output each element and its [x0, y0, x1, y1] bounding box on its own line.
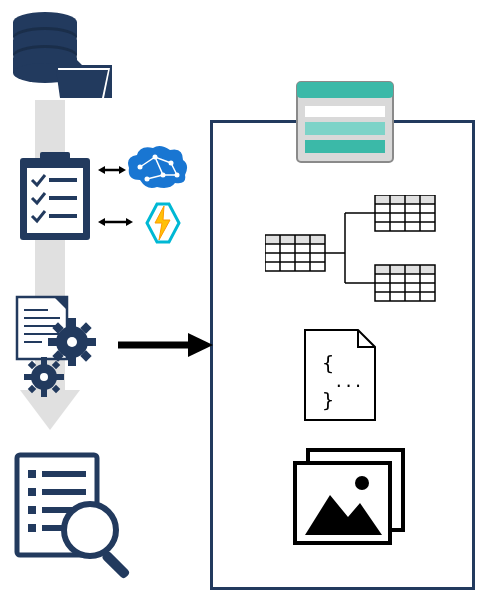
svg-marker-24: [98, 166, 105, 174]
svg-rect-16: [49, 214, 77, 218]
window-app-icon: [295, 80, 395, 165]
lightning-function-icon: [135, 198, 190, 248]
svg-point-103: [355, 476, 369, 490]
svg-point-47: [40, 373, 48, 381]
svg-rect-63: [28, 506, 36, 514]
image-stack-icon: [290, 445, 410, 550]
svg-text:...: ...: [334, 372, 363, 391]
svg-text:}: }: [322, 388, 334, 412]
svg-rect-81: [265, 235, 325, 244]
svg-rect-60: [42, 471, 86, 477]
svg-rect-61: [28, 488, 36, 496]
brain-ai-icon: [125, 145, 190, 195]
svg-rect-41: [86, 338, 96, 346]
svg-rect-89: [375, 195, 435, 204]
bidirectional-arrow-icon: [98, 215, 133, 229]
json-document-icon: { ... }: [300, 325, 380, 425]
svg-rect-50: [24, 374, 32, 380]
svg-rect-72: [305, 122, 385, 135]
document-gears-icon: [12, 292, 122, 402]
svg-rect-97: [375, 265, 435, 274]
svg-rect-14: [49, 178, 77, 182]
database-folder-icon: [10, 10, 115, 105]
svg-rect-65: [28, 524, 36, 532]
svg-rect-48: [41, 357, 47, 365]
svg-rect-51: [56, 374, 64, 380]
svg-marker-28: [126, 218, 133, 226]
svg-rect-70: [297, 82, 393, 98]
svg-rect-13: [40, 152, 70, 166]
table-hierarchy-icon: [265, 195, 440, 305]
svg-marker-27: [98, 218, 105, 226]
svg-rect-73: [305, 140, 385, 153]
bidirectional-arrow-icon: [98, 163, 126, 177]
svg-rect-38: [68, 318, 76, 328]
svg-marker-25: [119, 166, 126, 174]
list-magnifier-icon: [12, 450, 142, 585]
svg-marker-57: [188, 333, 213, 357]
svg-point-67: [64, 504, 116, 556]
svg-text:{: {: [322, 351, 334, 375]
svg-rect-49: [41, 389, 47, 397]
svg-rect-71: [305, 106, 385, 117]
svg-rect-39: [68, 356, 76, 366]
svg-rect-62: [42, 489, 86, 495]
svg-rect-15: [49, 196, 77, 200]
svg-point-37: [67, 337, 77, 347]
checklist-icon: [15, 150, 95, 245]
svg-rect-59: [28, 470, 36, 478]
svg-rect-68: [101, 550, 131, 580]
svg-rect-40: [48, 338, 58, 346]
arrow-right-icon: [118, 330, 213, 360]
